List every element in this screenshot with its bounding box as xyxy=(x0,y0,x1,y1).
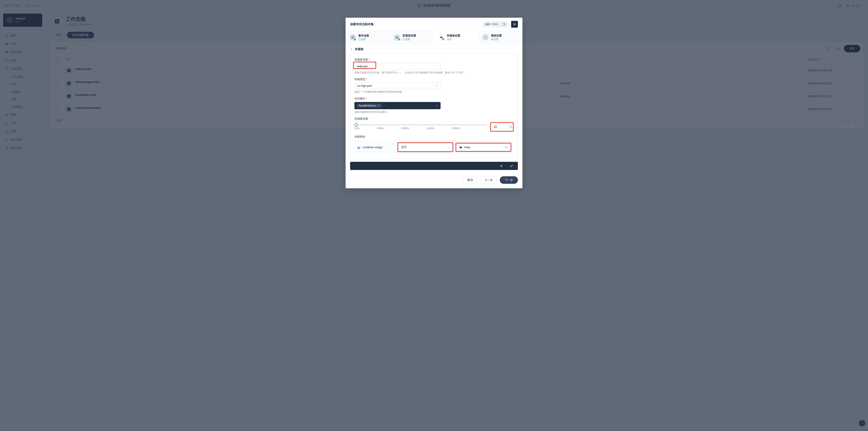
volume-icon xyxy=(438,34,444,40)
field-capacity: 存储卷容量 10Gi 500Gi 1000Gi 1500Gi 2000Gi xyxy=(354,117,514,132)
mount-label: 挂载路径 xyxy=(354,135,514,139)
highlight-capacity: Gi xyxy=(490,122,514,132)
mount-mode-select[interactable]: 读写 xyxy=(399,143,452,151)
sliders-icon xyxy=(482,34,489,40)
access-mode-label: 访问模式* xyxy=(354,97,514,101)
access-mode-chip: ReadWriteOnce xyxy=(357,104,382,108)
section-head: 存储卷 xyxy=(350,47,518,51)
modal-header: 创建有状态副本集 编辑 YAML xyxy=(346,18,522,31)
highlight-mount-mode: 读写 xyxy=(398,142,453,152)
access-mode-help: 选择存储类型支持的访问模式。 xyxy=(354,110,514,114)
confirm-icon[interactable] xyxy=(510,164,514,168)
access-mode-select[interactable]: ReadWriteOnce xyxy=(354,102,441,109)
capacity-label: 存储卷容量 xyxy=(354,117,514,121)
slider-thumb[interactable] xyxy=(354,123,358,127)
wizard-steps: 基本信息已设置 容器组设置已设置 存储卷设置当前 高级设置未设置 xyxy=(346,31,522,44)
cancel-button[interactable]: 取消 xyxy=(463,176,477,184)
field-storage-type: 存储类型* csi-high-perf 选择一个存储类型来创建特定种类的存储卷。 xyxy=(354,77,514,94)
field-volume-name: 存储卷名称* 名称只能包含小写字母、数字和连字符（-），必须以小写字母或数字开头… xyxy=(354,58,514,74)
svg-point-40 xyxy=(485,36,485,37)
volume-name-label: 存储卷名称* xyxy=(354,58,514,62)
highlight-mount-path: /data xyxy=(456,143,511,152)
modal-footer: 取消 上一步 下一步 xyxy=(346,173,522,188)
mount-path-input[interactable]: /data xyxy=(457,144,510,151)
svg-point-38 xyxy=(352,37,353,38)
folder-icon xyxy=(459,146,462,149)
svg-point-41 xyxy=(486,37,486,38)
close-button[interactable] xyxy=(511,21,518,28)
storage-type-help: 选择一个存储类型来创建特定种类的存储卷。 xyxy=(354,90,514,94)
svg-rect-43 xyxy=(505,146,507,148)
field-access-mode: 访问模式* ReadWriteOnce 选择存储类型支持的访问模式。 xyxy=(354,97,514,114)
step-basic[interactable]: 基本信息已设置 xyxy=(346,31,390,44)
subpath-icon[interactable] xyxy=(504,146,508,149)
volume-name-input[interactable] xyxy=(354,63,441,70)
capacity-slider[interactable] xyxy=(354,124,487,126)
capacity-unit: Gi xyxy=(509,125,512,129)
step-volume[interactable]: 存储卷设置当前 xyxy=(434,31,478,44)
field-mount: 挂载路径 container-sxnjgu 读写 xyxy=(354,135,514,154)
docker-icon xyxy=(357,145,361,149)
form-action-bar xyxy=(350,162,518,170)
create-statefulset-modal: 创建有状态副本集 编辑 YAML 基本信息已设置 容器组设置已设置 存储卷设置当… xyxy=(346,18,522,188)
storage-type-select[interactable]: csi-high-perf xyxy=(354,83,441,89)
prev-button[interactable]: 上一步 xyxy=(480,176,497,184)
step-pod[interactable]: 容器组设置已设置 xyxy=(390,31,434,44)
capacity-input[interactable] xyxy=(492,124,508,130)
modal-title: 创建有状态副本集 xyxy=(350,22,374,26)
next-button[interactable]: 下一步 xyxy=(500,176,518,184)
storage-type-label: 存储类型* xyxy=(354,77,514,81)
svg-rect-39 xyxy=(440,37,443,38)
chevron-down-icon xyxy=(447,146,450,148)
caret-left-icon[interactable] xyxy=(350,48,353,51)
modal-body: 存储卷 存储卷名称* 名称只能包含小写字母、数字和连字符（-），必须以小写字母或… xyxy=(346,44,522,173)
close-icon xyxy=(513,23,516,26)
svg-point-42 xyxy=(485,38,486,38)
info-icon xyxy=(350,34,356,40)
step-advanced[interactable]: 高级设置未设置 xyxy=(478,31,522,44)
chip-remove-icon[interactable] xyxy=(378,104,380,107)
chevron-down-icon xyxy=(435,104,438,107)
clear-icon[interactable] xyxy=(435,85,438,87)
container-icon xyxy=(394,34,400,40)
mount-container: container-sxnjgu xyxy=(357,145,395,149)
volume-form: 存储卷名称* 名称只能包含小写字母、数字和连字符（-），必须以小写字母或数字开头… xyxy=(350,54,518,159)
slider-ticks: 10Gi 500Gi 1000Gi 1500Gi 2000Gi xyxy=(354,127,487,130)
mount-row: container-sxnjgu 读写 /data xyxy=(354,140,514,154)
toggle-switch xyxy=(501,23,506,26)
yaml-toggle[interactable]: 编辑 YAML xyxy=(482,21,509,28)
volume-name-help: 名称只能包含小写字母、数字和连字符（-），必须以小写字母或数字开头和结尾，最长 … xyxy=(354,71,514,74)
discard-icon[interactable] xyxy=(500,164,503,167)
svg-rect-44 xyxy=(505,147,506,147)
